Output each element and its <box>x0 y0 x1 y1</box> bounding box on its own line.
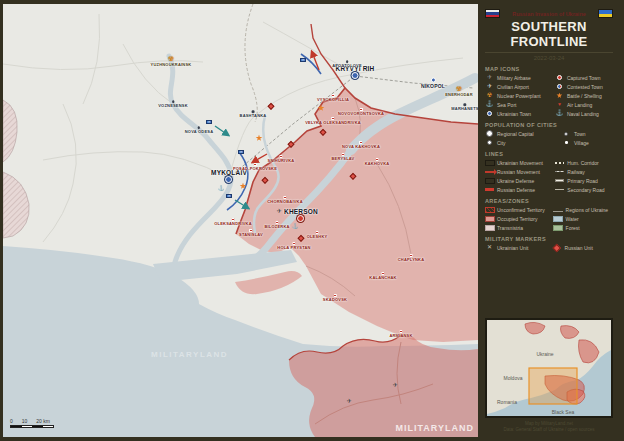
legend-item-town-ua: Ukrainian Town <box>485 110 551 117</box>
ukrainian-unit-marker: ✕ <box>300 58 306 62</box>
town-ru-icon <box>555 74 564 81</box>
airbase-icon: ✈ <box>276 207 281 214</box>
map-city-voznesensk: VOZNESENSK <box>158 100 188 108</box>
airport-civ-icon: ✈ <box>485 83 494 90</box>
legend-item-label: Transnistria <box>497 225 523 231</box>
legend-item-label: Russian Unit <box>565 245 593 251</box>
city-label: KALANCHAK <box>369 275 396 280</box>
legend-items-lines: Ukrainian MovementRussian MovementUkrain… <box>485 159 613 193</box>
battle-icon <box>256 135 263 142</box>
ru-move-icon <box>485 168 494 175</box>
pop-town-icon <box>562 130 571 137</box>
map-city-skadovsk: SKADOVSK <box>323 294 347 302</box>
unit-ru-icon <box>553 244 562 251</box>
map-city-stanislav: STANISLAV <box>239 229 263 237</box>
scale-bar: 0 10 20 km <box>10 418 54 428</box>
city-label: NOVOVORONTSOVKA <box>338 111 384 116</box>
legend-section-military: MILITARY MARKERS ✕Ukrainian UnitRussian … <box>485 236 613 251</box>
a-unconf-icon <box>485 206 494 213</box>
legend-item-a-region: Regions of Ukraine <box>554 206 613 213</box>
legend-item-ru-move: Russian Movement <box>485 168 551 175</box>
port-icon: ⚓ <box>292 223 298 229</box>
legend-section-population: POPULATION OF CITIES Regional CapitalCit… <box>485 122 613 146</box>
legend-item-a-forest: Forest <box>554 224 613 231</box>
legend-item-label: Water <box>566 216 579 222</box>
scale-label-0: 0 <box>10 418 13 424</box>
map-city-novovorontsovka: NOVOVORONTSOVKA <box>338 108 384 116</box>
inset-highlight-extent <box>529 368 577 404</box>
naval-landing-icon: ⚓ <box>555 110 564 117</box>
legend-item-label: Regional Capital <box>497 131 534 137</box>
map-city-yuzhnoukrainsk: ☢YUZHNOUKRAINSK <box>151 55 192 67</box>
legend-item-unit-ru: Russian Unit <box>553 244 613 251</box>
map-city-beryslav: BERYSLAV <box>332 153 355 161</box>
city-label: CHAPLYNKA <box>398 257 425 262</box>
capital-ua-marker <box>352 72 359 79</box>
map-city-enerhodar: ☢ENERHODAR <box>445 85 473 97</box>
seaport-icon: ⚓ <box>485 101 494 108</box>
map-supertitle: Russian Invasion of Ukraine <box>485 11 613 17</box>
legend-item-label: Russian Defense <box>497 187 535 193</box>
legend-item-label: Ukrainian Town <box>497 111 531 117</box>
legend-item-label: Unconfirmed Territory <box>497 207 545 213</box>
legend-item-label: Military Airbase <box>497 75 531 81</box>
legend-item-label: Ukraine Defense <box>497 178 534 184</box>
city-label: POSAD-POKROVSKE <box>233 166 277 171</box>
legend-item-road1: Primary Road <box>555 177 613 184</box>
legend-item-seaport: ⚓Sea Port <box>485 101 551 108</box>
section-heading: LINES <box>485 151 613 157</box>
air-landing-icon: ▼ <box>555 101 564 108</box>
legend-item-label: Secondary Road <box>567 187 604 193</box>
road2-icon <box>555 186 564 193</box>
russian-unit-marker <box>268 103 274 109</box>
legend-item-label: Civilian Airport <box>497 84 529 90</box>
map-city-mykolaiv: MYKOLAIV <box>211 169 247 183</box>
legend-items-military: ✕Ukrainian UnitRussian Unit <box>485 244 613 251</box>
map-city-vysokopillia: VYSOKOPILLIA <box>317 94 349 102</box>
legend-item-label: Russian Movement <box>497 169 540 175</box>
legend-item-unit-ua: ✕Ukrainian Unit <box>485 244 549 251</box>
legend-item-railway: Railway <box>555 168 613 175</box>
railway-icon <box>555 168 564 175</box>
legend-item-nuclear: ☢Nuclear Powerplant <box>485 92 551 99</box>
legend-sidebar: Russian Invasion of Ukraine SOUTHERN FRO… <box>478 4 620 437</box>
city-label: VOZNESENSK <box>158 103 188 108</box>
city-label: OLEKSANDRIVKA <box>214 221 252 226</box>
russian-unit-marker <box>262 177 268 183</box>
port-icon: ⚓ <box>218 185 224 191</box>
legend-item-label: Railway <box>567 169 585 175</box>
city-label: BERYSLAV <box>332 156 355 161</box>
battle-icon <box>555 92 564 99</box>
legend-item-pop-town: Town <box>562 130 613 137</box>
city-label: NIKOPOL <box>421 83 445 89</box>
map-date: 2022-03-24 <box>485 55 613 61</box>
a-water-icon <box>554 215 563 222</box>
nuclear-town-marker: ☢ <box>168 55 174 62</box>
city-label: BILOZERKA <box>264 224 289 229</box>
city-label: KHERSON <box>284 208 318 215</box>
credit-line-2: Data: General Staff of Ukraine / open so… <box>485 427 613 433</box>
airbase-icon: ✈ <box>346 397 351 404</box>
legend-items-map-icons: ✈Military Airbase✈Civilian Airport☢Nucle… <box>485 74 613 117</box>
overview-inset-map: UkraineMoldovaRomaniaBlack Sea <box>485 318 613 418</box>
legend-item-label: Sea Port <box>497 102 516 108</box>
legend-item-label: Captured Town <box>567 75 601 81</box>
legend-section-areas: AREAS/ZONES Unconfirmed TerritoryOccupie… <box>485 198 613 231</box>
airbase-mil-icon: ✈ <box>485 74 494 81</box>
map-city-chaplynka: CHAPLYNKA <box>398 254 425 262</box>
legend-item-town-contested: Contested Town <box>555 83 613 90</box>
map-city-marhanets: MARHANETS <box>451 103 478 111</box>
legend-item-ua-move: Ukrainian Movement <box>485 159 551 166</box>
hum-icon <box>555 159 564 166</box>
russian-unit-marker <box>288 141 294 147</box>
map-city-velyka-oleksandrivka: VELYKA OLEKSANDRIVKA <box>305 117 361 125</box>
inset-label-black-sea: Black Sea <box>552 409 575 415</box>
city-label: OLESHKY <box>307 234 328 239</box>
map-city-kalanchak: KALANCHAK <box>369 272 396 280</box>
legend-item-label: Air Landing <box>567 102 592 108</box>
a-region-icon <box>554 206 563 213</box>
russian-unit-marker <box>350 173 356 179</box>
city-label: ENERHODAR <box>445 92 473 97</box>
legend-item-label: Contested Town <box>567 84 603 90</box>
legend-item-label: Naval Landing <box>567 111 599 117</box>
